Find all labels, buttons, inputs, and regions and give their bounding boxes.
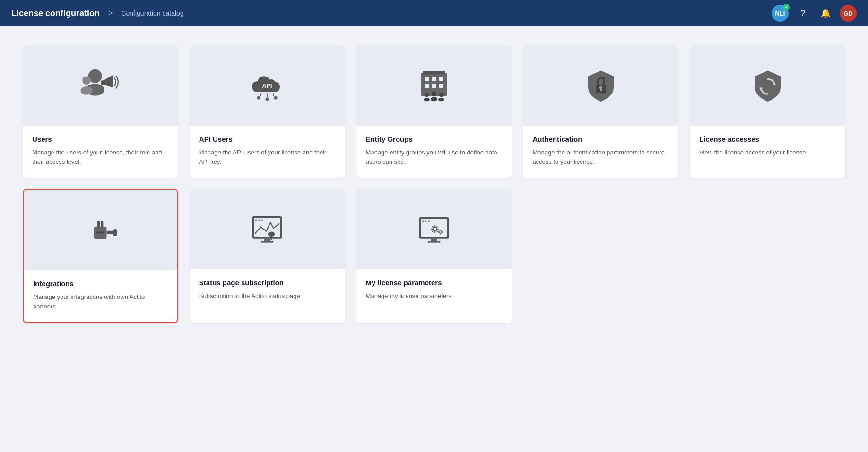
svg-point-50	[425, 220, 427, 222]
users-icon	[79, 64, 122, 107]
svg-rect-68	[438, 231, 439, 233]
card-users-title: Users	[32, 135, 169, 143]
svg-point-42	[261, 219, 263, 221]
svg-rect-18	[425, 84, 429, 88]
card-users-content: Users Manage the users of your license, …	[23, 126, 178, 178]
card-license-params-icon-area	[356, 189, 512, 269]
svg-rect-58	[431, 229, 433, 230]
svg-point-51	[428, 220, 430, 222]
card-entity-groups-desc: Manage entity groups you will use to def…	[366, 148, 503, 166]
svg-rect-5	[101, 80, 104, 85]
agent-avatar-button[interactable]: NLI ✓	[772, 5, 789, 22]
card-api-users[interactable]: API API Users Manage the API users of yo…	[190, 45, 345, 178]
svg-point-41	[258, 219, 260, 221]
svg-rect-69	[442, 231, 443, 233]
svg-rect-15	[425, 77, 429, 81]
authentication-icon	[580, 64, 622, 107]
card-entity-groups-icon-area	[356, 45, 512, 126]
svg-rect-19	[432, 84, 436, 88]
api-icon: API	[246, 64, 288, 107]
card-status-page-desc: Subscription to the Actito status page	[199, 291, 336, 301]
svg-point-12	[274, 96, 278, 100]
card-api-users-icon-area: API	[190, 45, 345, 126]
svg-text:API: API	[262, 83, 272, 89]
svg-point-11	[266, 97, 269, 101]
card-integrations-content: Integrations Manage your integrations wi…	[24, 270, 177, 322]
svg-rect-46	[270, 234, 272, 240]
user-avatar-button[interactable]: GD	[840, 5, 857, 22]
card-license-accesses[interactable]: License accesses View the license access…	[690, 45, 845, 178]
notifications-button[interactable]: 🔔	[817, 5, 834, 22]
card-license-params-desc: Manage my license parameters	[366, 291, 503, 301]
svg-point-23	[432, 92, 437, 97]
svg-rect-33	[97, 221, 100, 227]
svg-point-40	[255, 219, 257, 221]
cards-row-2: Integrations Manage your integrations wi…	[23, 189, 845, 323]
svg-rect-14	[423, 71, 445, 74]
card-authentication-title: Authentication	[532, 135, 669, 143]
svg-point-2	[83, 76, 91, 85]
breadcrumb-separator: >	[108, 9, 113, 17]
svg-point-10	[257, 96, 260, 100]
svg-rect-44	[261, 241, 274, 243]
svg-rect-17	[439, 77, 443, 81]
card-status-page-icon-area	[190, 189, 345, 269]
svg-point-3	[81, 86, 93, 95]
card-status-page[interactable]: Status page subscription Subscription to…	[190, 189, 345, 323]
svg-point-22	[424, 98, 430, 101]
svg-point-55	[434, 228, 436, 230]
svg-rect-20	[439, 84, 443, 88]
card-license-params-content: My license parameters Manage my license …	[356, 269, 512, 312]
license-accesses-icon	[746, 64, 789, 107]
breadcrumb: Configuration catalog	[121, 9, 183, 17]
entity-groups-icon	[413, 64, 455, 107]
svg-rect-35	[107, 231, 114, 234]
card-integrations[interactable]: Integrations Manage your integrations wi…	[23, 189, 178, 323]
card-integrations-title: Integrations	[33, 280, 168, 288]
agent-badge: ✓	[783, 4, 790, 10]
card-license-accesses-desc: View the license access of your license.	[699, 148, 836, 157]
card-authentication-content: Authentication Manage the authentication…	[523, 126, 678, 178]
card-license-params[interactable]: My license parameters Manage my license …	[356, 189, 512, 323]
svg-rect-34	[101, 221, 103, 227]
svg-point-49	[422, 220, 424, 222]
app-header: License configuration > Configuration ca…	[0, 0, 868, 26]
svg-point-21	[425, 93, 429, 97]
card-entity-groups-content: Entity Groups Manage entity groups you w…	[356, 126, 512, 178]
card-integrations-icon-area	[24, 190, 177, 270]
svg-rect-66	[440, 230, 441, 231]
card-users-desc: Manage the users of your license, their …	[32, 148, 169, 166]
svg-rect-16	[432, 77, 436, 81]
card-authentication-desc: Manage the authentication parameters to …	[532, 148, 669, 166]
svg-rect-36	[113, 229, 117, 236]
svg-marker-4	[104, 75, 113, 88]
card-status-page-content: Status page subscription Subscription to…	[190, 269, 345, 312]
svg-rect-53	[427, 241, 440, 243]
svg-rect-56	[434, 225, 435, 227]
card-license-params-title: My license parameters	[366, 279, 503, 287]
svg-rect-29	[600, 88, 602, 91]
integrations-icon	[79, 209, 122, 251]
card-api-users-content: API Users Manage the API users of your l…	[190, 126, 345, 178]
card-license-accesses-content: License accesses View the license access…	[690, 126, 845, 169]
svg-rect-39	[254, 218, 280, 237]
help-button[interactable]: ?	[794, 5, 811, 22]
card-api-users-title: API Users	[199, 135, 336, 143]
card-authentication[interactable]: Authentication Manage the authentication…	[523, 45, 678, 178]
card-integrations-desc: Manage your integrations with own Actito…	[33, 292, 168, 311]
main-content: Users Manage the users of your license, …	[0, 26, 868, 342]
svg-point-65	[440, 231, 442, 233]
svg-point-26	[438, 98, 444, 101]
license-params-icon	[413, 208, 455, 250]
svg-rect-57	[434, 231, 435, 233]
card-users[interactable]: Users Manage the users of your license, …	[23, 45, 178, 178]
status-page-icon	[246, 208, 288, 250]
svg-rect-59	[437, 229, 439, 230]
card-entity-groups[interactable]: Entity Groups Manage entity groups you w…	[356, 45, 512, 178]
card-license-accesses-title: License accesses	[699, 135, 836, 143]
card-authentication-icon-area	[523, 45, 678, 126]
svg-point-24	[431, 97, 437, 101]
card-entity-groups-title: Entity Groups	[366, 135, 503, 143]
svg-rect-37	[96, 232, 104, 234]
svg-rect-67	[440, 233, 441, 235]
